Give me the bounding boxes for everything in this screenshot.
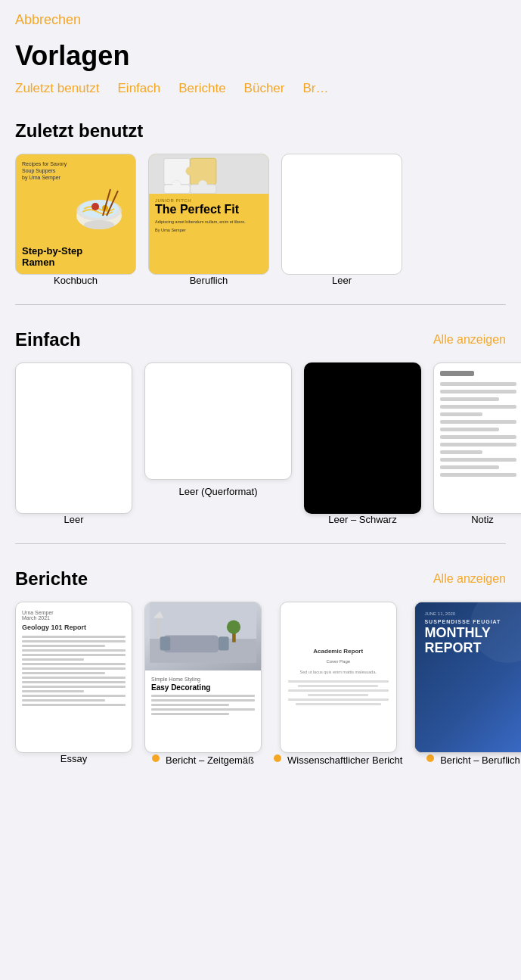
modern-dot <box>152 754 160 762</box>
svg-point-13 <box>186 167 194 176</box>
section-berichte: Berichte Alle anzeigen Urna SemperMarch … <box>0 553 521 781</box>
essay-title-text: Geology 101 Report <box>22 624 126 631</box>
pf-title: The Perfect Fit <box>155 203 262 216</box>
scientific-label: Wissenschaftlicher Bericht <box>274 753 402 766</box>
cookbook-bottom: Step-by-Step Ramen <box>22 246 129 268</box>
section-recent: Zuletzt benutzt Recipes for Savory Soup … <box>0 105 521 301</box>
template-item-note[interactable]: Notiz <box>433 362 521 525</box>
scientific-dot <box>274 754 281 762</box>
tab-books[interactable]: Bücher <box>244 81 285 96</box>
section-einfach-header: Einfach Alle anzeigen <box>15 329 506 350</box>
category-tabs: Zuletzt benutzt Einfach Berichte Bücher … <box>0 81 521 105</box>
essay-label: Essay <box>60 753 87 764</box>
blank-landscape-thumb <box>144 362 292 480</box>
blank-recent-label: Leer <box>332 275 352 286</box>
modern-label: Bericht – Zeitgemäß <box>152 753 254 766</box>
svg-point-3 <box>91 203 99 210</box>
monthly-thumb: JUNE 11, 2020 SUSPENDISSE FEUGIAT MONTHL… <box>414 602 521 753</box>
berichte-templates-row: Urna SemperMarch 2021 Geology 101 Report <box>15 602 506 781</box>
einfach-show-all-button[interactable]: Alle anzeigen <box>433 333 506 347</box>
svg-rect-21 <box>163 636 219 653</box>
note-line-title <box>440 371 474 376</box>
cookbook-bowl <box>22 181 129 243</box>
blank-black-thumb <box>304 362 421 514</box>
blank-landscape-label: Leer (Querformat) <box>178 486 257 497</box>
tab-simple[interactable]: Einfach <box>118 81 161 96</box>
template-item-perfectfit[interactable]: JUNIOR PITCH The Perfect Fit Adipiscing … <box>148 154 269 286</box>
section-berichte-title: Berichte <box>15 568 88 590</box>
modern-thumb: Simple Home Styling Easy Decorating <box>144 602 262 753</box>
blank-black-label: Leer – Schwarz <box>328 514 396 525</box>
template-item-blank-recent[interactable]: Leer <box>281 154 402 286</box>
cookbook-thumb: Recipes for Savory Soup Suppers by Urna … <box>15 154 136 275</box>
modern-title: Easy Decorating <box>151 683 255 692</box>
berichte-show-all-button[interactable]: Alle anzeigen <box>433 572 506 586</box>
top-bar: Abbrechen <box>0 0 521 34</box>
svg-rect-23 <box>219 636 229 650</box>
modern-image <box>145 602 261 670</box>
tab-br[interactable]: Br… <box>302 81 328 96</box>
monthly-dot <box>426 754 434 762</box>
wiss-title-text: Academic Report <box>313 648 363 655</box>
scientific-thumb: Academic Report Cover Page Sed ut lacus … <box>280 602 397 753</box>
svg-point-7 <box>84 220 114 229</box>
cookbook-label: Kochbuch <box>54 275 98 286</box>
monthly-subtitle: SUSPENDISSE FEUGIAT <box>424 619 521 624</box>
pf-body-text: Adipiscing amet bibendum nullam, enim et… <box>155 219 262 226</box>
einfach-templates-row: Leer Leer (Querformat) Leer – Schwarz <box>15 362 506 540</box>
section-einfach: Einfach Alle anzeigen Leer Leer (Querfor… <box>0 314 521 540</box>
template-item-blank-black[interactable]: Leer – Schwarz <box>304 362 421 525</box>
template-item-blank-landscape[interactable]: Leer (Querformat) <box>144 362 292 525</box>
monthly-date: JUNE 11, 2020 <box>424 611 521 616</box>
svg-point-18 <box>199 180 207 188</box>
wiss-subtitle: Cover Page <box>326 659 350 664</box>
note-label: Notiz <box>471 514 494 525</box>
monthly-label: Bericht – Beruflich <box>426 753 520 766</box>
tab-reports[interactable]: Berichte <box>178 81 225 96</box>
template-item-scientific[interactable]: Academic Report Cover Page Sed ut lacus … <box>274 602 402 766</box>
monthly-title: MONTHLY REPORT <box>424 626 521 656</box>
note-thumb <box>433 362 521 514</box>
template-item-essay[interactable]: Urna SemperMarch 2021 Geology 101 Report <box>15 602 132 766</box>
tab-recent[interactable]: Zuletzt benutzt <box>15 81 100 96</box>
perfectfit-label: Beruflich <box>190 275 228 286</box>
template-item-monthly[interactable]: JUNE 11, 2020 SUSPENDISSE FEUGIAT MONTHL… <box>414 602 521 766</box>
section-berichte-header: Berichte Alle anzeigen <box>15 568 506 590</box>
modern-small-text: Simple Home Styling <box>151 677 255 682</box>
monthly-content: JUNE 11, 2020 SUSPENDISSE FEUGIAT MONTHL… <box>415 602 521 665</box>
template-item-cookbook[interactable]: Recipes for Savory Soup Suppers by Urna … <box>15 154 136 286</box>
svg-point-16 <box>172 180 181 188</box>
page-title: Vorlagen <box>0 34 521 81</box>
cookbook-top-text: Recipes for Savory Soup Suppers by Urna … <box>22 160 129 181</box>
section-einfach-title: Einfach <box>15 329 81 350</box>
blank-portrait-label: Leer <box>64 514 83 525</box>
pf-author: By Urna Semper <box>155 228 262 232</box>
wiss-body: Sed ut lacus quis enim mattis malesuada. <box>299 670 377 674</box>
essay-thumb: Urna SemperMarch 2021 Geology 101 Report <box>15 602 132 753</box>
section-recent-header: Zuletzt benutzt <box>15 120 506 142</box>
essay-header-text: Urna SemperMarch 2021 <box>22 610 126 621</box>
blank-thumb-recent <box>281 154 402 275</box>
svg-rect-22 <box>160 636 171 650</box>
perfectfit-thumb: JUNIOR PITCH The Perfect Fit Adipiscing … <box>148 154 269 275</box>
template-item-modern[interactable]: Simple Home Styling Easy Decorating Beri… <box>144 602 262 766</box>
svg-rect-26 <box>157 618 160 639</box>
recent-templates-row: Recipes for Savory Soup Suppers by Urna … <box>15 154 506 301</box>
section-recent-title: Zuletzt benutzt <box>15 120 143 142</box>
template-item-blank-portrait[interactable]: Leer <box>15 362 132 525</box>
modern-body: Simple Home Styling Easy Decorating <box>145 670 261 723</box>
blank-portrait-thumb <box>15 362 132 514</box>
cancel-button[interactable]: Abbrechen <box>15 12 81 28</box>
svg-point-25 <box>227 621 240 634</box>
